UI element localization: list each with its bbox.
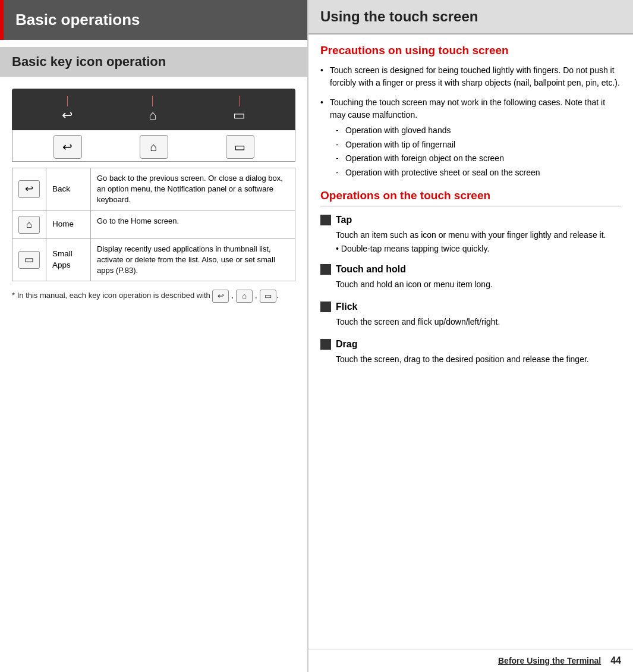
touch-hold-title: Touch and hold <box>320 264 621 275</box>
main-section-header: Basic operations <box>0 0 307 40</box>
sub-header-text: Basic key icon operation <box>12 54 166 69</box>
home-indicator: ⌂ <box>149 96 156 123</box>
back-dark-icon: ↩ <box>62 108 73 123</box>
tap-square-icon <box>320 215 331 225</box>
touch-hold-label: Touch and hold <box>336 264 406 275</box>
back-label-cell: Back <box>46 168 91 211</box>
list-item: Operation with foreign object on the scr… <box>336 153 621 165</box>
precaution-2-text: Touching the touch screen may not work i… <box>330 98 605 120</box>
footnote-apps-icon: ▭ <box>260 290 276 303</box>
drag-label: Drag <box>336 339 357 350</box>
apps-label: Small Apps <box>52 249 73 269</box>
back-icon-cell: ↩ <box>12 168 46 211</box>
sub-item-1: Operation with gloved hands <box>345 125 451 135</box>
precaution-1-text: Touch screen is designed for being touch… <box>330 65 620 87</box>
back-table-icon: ↩ <box>18 180 40 198</box>
back-indicator: ↩ <box>62 96 73 123</box>
back-description: Go back to the previous screen. Or close… <box>97 174 283 204</box>
touch-hold-description: Touch and hold an icon or menu item long… <box>320 278 621 291</box>
apps-desc-cell: Display recently used applications in th… <box>91 238 295 281</box>
apps-table-icon: ▭ <box>18 251 40 269</box>
tap-label: Tap <box>336 215 352 225</box>
footer-page-number: 44 <box>610 655 621 666</box>
list-item: Operation with protective sheet or seal … <box>336 167 621 179</box>
apps-label-cell: Small Apps <box>46 238 91 281</box>
table-row: ⌂ Home Go to the Home screen. <box>12 211 295 238</box>
home-label-cell: Home <box>46 211 91 238</box>
operation-drag: Drag Touch the screen, drag to the desir… <box>320 339 621 366</box>
tap-sub: • Double-tap means tapping twice quickly… <box>320 244 621 253</box>
home-dark-icon: ⌂ <box>149 108 156 123</box>
back-label: Back <box>52 184 70 193</box>
operations-section-header: Operations on the touch screen <box>320 189 621 206</box>
sub-bullet-list: Operation with gloved hands Operation wi… <box>336 125 621 178</box>
operation-tap: Tap Touch an item such as icon or menu w… <box>320 215 621 253</box>
left-column: Basic operations Basic key icon operatio… <box>0 0 308 672</box>
apps-icon-cell: ▭ <box>12 238 46 281</box>
table-row: ▭ Small Apps Display recently used appli… <box>12 238 295 281</box>
footnote-text: In this manual, each key icon operation … <box>17 291 210 300</box>
back-desc-cell: Go back to the previous screen. Or close… <box>91 168 295 211</box>
right-column: Using the touch screen Precautions on us… <box>308 0 633 672</box>
footnote-back-icon: ↩ <box>212 290 229 303</box>
list-item: Touch screen is designed for being touch… <box>320 64 621 89</box>
right-content: Precautions on using touch screen Touch … <box>308 34 633 649</box>
apps-indicator: ▭ <box>233 96 245 123</box>
arrow-line-back <box>67 96 68 106</box>
home-icon-box[interactable]: ⌂ <box>140 135 168 159</box>
back-icon-box[interactable]: ↩ <box>53 135 82 159</box>
flick-label: Flick <box>336 302 357 312</box>
icon-bar-container: ↩ ⌂ ▭ ↩ ⌂ ▭ <box>0 77 307 162</box>
main-header-text: Basic operations <box>15 11 140 29</box>
list-item: Operation with tip of fingernail <box>336 139 621 151</box>
sub-item-3: Operation with foreign object on the scr… <box>345 153 504 163</box>
right-section-header: Using the touch screen <box>308 0 633 34</box>
table-row: ↩ Back Go back to the previous screen. O… <box>12 168 295 211</box>
footnote: * In this manual, each key icon operatio… <box>0 281 307 311</box>
flick-square-icon <box>320 302 331 312</box>
arrow-line-apps <box>239 96 240 106</box>
operations-table: ↩ Back Go back to the previous screen. O… <box>12 168 295 281</box>
home-desc-cell: Go to the Home screen. <box>91 211 295 238</box>
footnote-icons: ↩, ⌂, ▭ <box>212 290 276 303</box>
arrow-line-home <box>152 96 153 106</box>
footer-link[interactable]: Before Using the Terminal <box>498 656 601 665</box>
precautions-title: Precautions on using touch screen <box>320 44 621 57</box>
list-item: Operation with gloved hands <box>336 125 621 137</box>
icon-bar-dark: ↩ ⌂ ▭ <box>12 89 295 130</box>
footnote-home-icon: ⌂ <box>236 290 253 303</box>
drag-title: Drag <box>320 339 621 350</box>
operation-flick: Flick Touch the screen and flick up/down… <box>320 302 621 328</box>
footer: Before Using the Terminal 44 <box>308 649 633 672</box>
apps-description: Display recently used applications in th… <box>97 244 275 275</box>
tap-title: Tap <box>320 215 621 225</box>
operation-touch-hold: Touch and hold Touch and hold an icon or… <box>320 264 621 291</box>
flick-title: Flick <box>320 302 621 312</box>
flick-description: Touch the screen and flick up/down/left/… <box>320 316 621 328</box>
touch-hold-square-icon <box>320 264 331 275</box>
apps-icon-box[interactable]: ▭ <box>226 135 254 159</box>
sub-item-4: Operation with protective sheet or seal … <box>345 168 540 177</box>
tap-description: Touch an item such as icon or menu with … <box>320 229 621 241</box>
home-label: Home <box>52 219 74 228</box>
list-item: Touching the touch screen may not work i… <box>320 96 621 178</box>
icon-row: ↩ ⌂ ▭ <box>12 130 295 162</box>
sub-section-header: Basic key icon operation <box>0 47 307 77</box>
drag-description: Touch the screen, drag to the desired po… <box>320 353 621 366</box>
apps-dark-icon: ▭ <box>233 108 245 123</box>
home-icon-cell: ⌂ <box>12 211 46 238</box>
sub-item-2: Operation with tip of fingernail <box>345 140 455 149</box>
home-table-icon: ⌂ <box>18 216 40 234</box>
precautions-list: Touch screen is designed for being touch… <box>320 64 621 178</box>
right-header-text: Using the touch screen <box>320 8 478 24</box>
home-description: Go to the Home screen. <box>97 216 179 225</box>
drag-square-icon <box>320 339 331 350</box>
